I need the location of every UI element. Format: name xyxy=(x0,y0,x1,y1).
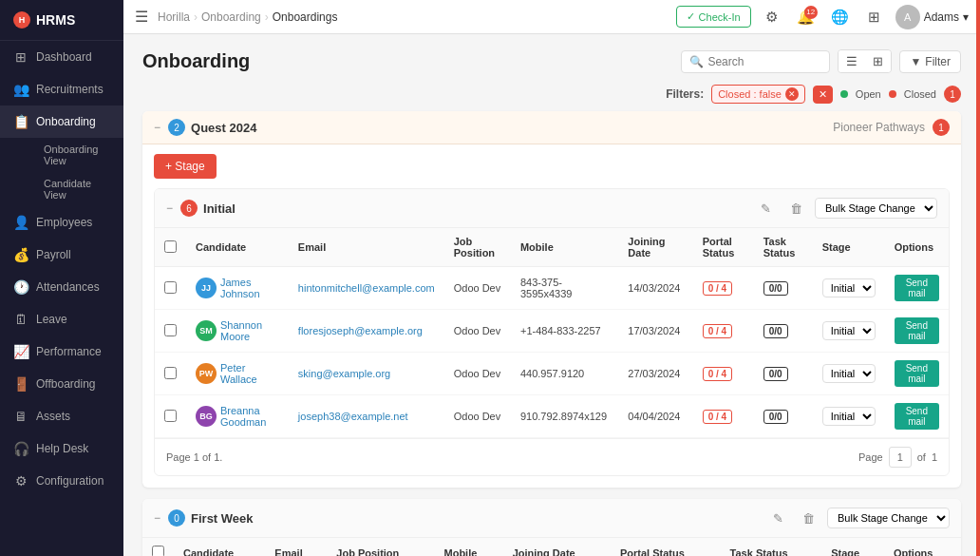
send-mail-button[interactable]: Send mail xyxy=(895,360,939,387)
fw-th-portal-status: Portal Status xyxy=(611,538,721,556)
apps-icon-btn[interactable]: ⊞ xyxy=(861,4,888,30)
candidate-name[interactable]: Breanna Goodman xyxy=(220,405,279,428)
delete-first-week-btn[interactable]: 🗑 xyxy=(797,507,820,529)
recruitments-icon: 👥 xyxy=(13,82,28,97)
collapse-quest-icon[interactable]: − xyxy=(154,121,160,134)
sidebar-item-candidate-view[interactable]: Candidate View xyxy=(36,172,123,206)
sidebar-item-payroll[interactable]: 💰 Payroll xyxy=(0,239,123,271)
filters-label: Filters: xyxy=(666,87,704,101)
filter-button[interactable]: ▼ Filter xyxy=(899,50,961,73)
stage-initial: − 6 Initial ✎ 🗑 Bulk Stage Change xyxy=(154,188,950,476)
first-week-table: Candidate Email Job Position Mobile Join… xyxy=(142,538,961,556)
quest-badge: 2 xyxy=(168,119,185,136)
topbar: ☰ Horilla › Onboarding › Onboardings ✓ C… xyxy=(123,0,980,34)
stage-cell: Initial xyxy=(813,310,885,353)
candidate-name[interactable]: Shannon Moore xyxy=(220,319,279,342)
sidebar-item-offboarding[interactable]: 🚪 Offboarding xyxy=(0,368,123,400)
task-status-cell: 0/0 xyxy=(754,395,813,438)
search-icon: 🔍 xyxy=(689,55,704,68)
add-stage-button[interactable]: + Stage xyxy=(154,154,217,179)
candidate-name[interactable]: Peter Wallace xyxy=(220,362,279,385)
stage-select[interactable]: Initial xyxy=(822,278,876,297)
sidebar-item-onboarding-view[interactable]: Onboarding View xyxy=(36,138,123,172)
sidebar-item-configuration[interactable]: ⚙ Configuration xyxy=(0,465,123,497)
page-info: Page 1 of 1. xyxy=(166,451,222,463)
checkin-button[interactable]: ✓ Check-In xyxy=(676,6,751,28)
menu-toggle[interactable]: ☰ xyxy=(135,8,148,26)
email-link[interactable]: floresjoseph@example.org xyxy=(298,325,423,336)
row-checkbox[interactable] xyxy=(164,324,177,336)
stage-select[interactable]: Initial xyxy=(822,364,876,383)
notifications-icon-btn[interactable]: 🔔 12 xyxy=(793,4,820,30)
select-all-header xyxy=(155,228,186,267)
sidebar-item-onboarding[interactable]: 📋 Onboarding xyxy=(0,105,123,138)
task-status-cell: 0/0 xyxy=(754,267,813,310)
task-status-badge: 0/0 xyxy=(763,367,788,381)
globe-icon-btn[interactable]: 🌐 xyxy=(827,4,854,30)
logo-icon: H xyxy=(13,11,30,29)
candidate-name[interactable]: James Johnson xyxy=(220,277,279,299)
collapse-first-week-icon[interactable]: − xyxy=(154,511,160,525)
email-link[interactable]: sking@example.org xyxy=(298,368,390,379)
joining-date-cell: 04/04/2024 xyxy=(618,395,692,438)
stage-cell: Initial xyxy=(813,267,885,310)
main-content: ☰ Horilla › Onboarding › Onboardings ✓ C… xyxy=(123,0,980,556)
sidebar-item-dashboard[interactable]: ⊞ Dashboard xyxy=(0,41,123,73)
sidebar-item-employees[interactable]: 👤 Employees xyxy=(0,206,123,239)
first-week-badge: 0 xyxy=(168,509,185,527)
stage-select[interactable]: Initial xyxy=(822,407,876,426)
stage-select[interactable]: Initial xyxy=(822,321,876,340)
filter-tag-close-btn[interactable]: ✕ xyxy=(785,87,799,101)
edit-stage-btn[interactable]: ✎ xyxy=(754,197,777,220)
of-label: of xyxy=(917,451,926,463)
th-job-position: Job Position xyxy=(444,228,511,267)
settings-icon-btn[interactable]: ⚙ xyxy=(759,4,785,30)
closed-count-badge: 1 xyxy=(944,86,961,103)
task-status-badge: 0/0 xyxy=(763,410,788,424)
fw-select-all-checkbox[interactable] xyxy=(152,546,164,556)
sidebar-item-performance[interactable]: 📈 Performance xyxy=(0,336,123,368)
bulk-stage-change[interactable]: Bulk Stage Change xyxy=(815,198,937,219)
first-week-bulk-select[interactable]: Bulk Stage Change xyxy=(827,508,950,528)
sidebar-item-assets[interactable]: 🖥 Assets xyxy=(0,400,123,432)
avatar: A xyxy=(895,5,920,29)
onboarding-icon: 📋 xyxy=(13,114,28,129)
first-week-bulk-select-input[interactable]: Bulk Stage Change xyxy=(828,508,949,527)
page-header: Onboarding 🔍 ☰ ⊞ ▼ Filter xyxy=(142,49,961,73)
row-checkbox[interactable] xyxy=(164,410,177,422)
send-mail-button[interactable]: Send mail xyxy=(895,317,939,344)
sidebar-item-recruitments[interactable]: 👥 Recruitments xyxy=(0,73,123,105)
notification-badge: 12 xyxy=(804,6,818,19)
user-menu[interactable]: A Adams ▾ xyxy=(895,5,969,29)
email-cell: sking@example.org xyxy=(289,353,444,395)
collapse-initial-icon[interactable]: − xyxy=(166,201,173,215)
email-link[interactable]: hintonmitchell@example.com xyxy=(298,282,435,294)
table-row: PW Peter Wallace sking@example.org Odoo … xyxy=(155,353,949,395)
portal-status-badge: 0 / 4 xyxy=(703,367,732,381)
list-view-btn[interactable]: ☰ xyxy=(839,50,865,72)
sidebar-item-helpdesk[interactable]: 🎧 Help Desk xyxy=(0,432,123,465)
sidebar-item-attendances[interactable]: 🕐 Attendances xyxy=(0,271,123,303)
mobile-cell: 843-375-3595x4339 xyxy=(511,267,618,310)
select-all-checkbox[interactable] xyxy=(164,240,177,253)
send-mail-button[interactable]: Send mail xyxy=(895,403,939,430)
breadcrumb-onboarding[interactable]: Onboarding xyxy=(201,10,261,24)
email-link[interactable]: joseph38@example.net xyxy=(298,411,408,422)
th-stage: Stage xyxy=(813,228,885,267)
sidebar-item-leave[interactable]: 🗓 Leave xyxy=(0,303,123,336)
th-mobile: Mobile xyxy=(511,228,618,267)
closed-dot xyxy=(889,90,896,98)
th-options: Options xyxy=(885,228,949,267)
row-checkbox[interactable] xyxy=(164,367,177,379)
row-checkbox[interactable] xyxy=(164,281,177,294)
grid-view-btn[interactable]: ⊞ xyxy=(865,50,891,72)
fw-th-email: Email xyxy=(265,538,327,556)
header-actions: 🔍 ☰ ⊞ ▼ Filter xyxy=(681,49,961,73)
edit-first-week-btn[interactable]: ✎ xyxy=(766,507,789,529)
filter-tag-remove-all[interactable]: ✕ xyxy=(813,86,833,104)
delete-stage-btn[interactable]: 🗑 xyxy=(784,197,807,220)
breadcrumb-horilla[interactable]: Horilla xyxy=(158,10,190,24)
search-input[interactable] xyxy=(707,55,821,68)
send-mail-button[interactable]: Send mail xyxy=(895,275,939,301)
bulk-stage-select[interactable]: Bulk Stage Change xyxy=(816,199,936,218)
